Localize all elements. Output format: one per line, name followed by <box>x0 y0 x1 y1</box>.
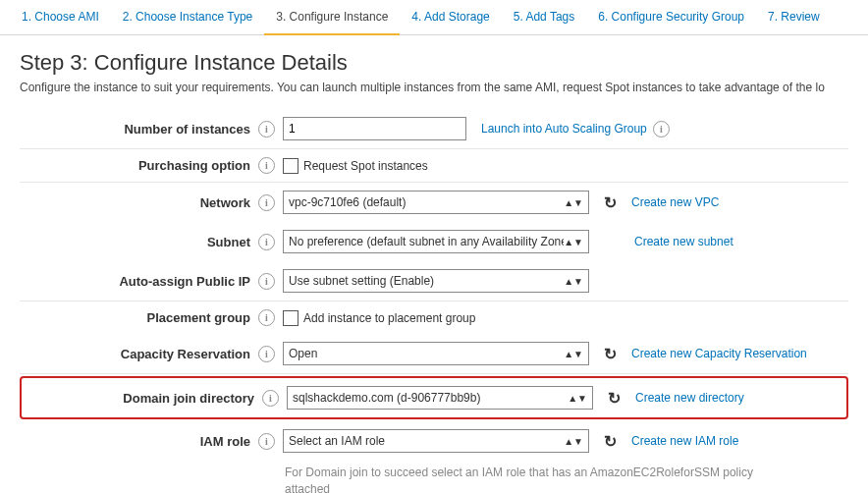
label-purchasing-option: Purchasing option <box>20 158 258 173</box>
domain-join-value: sqlshackdemo.com (d-906777bb9b) <box>293 391 480 405</box>
subnet-select-value: No preference (default subnet in any Ava… <box>289 235 564 248</box>
tab-configure-security-group[interactable]: 6. Configure Security Group <box>586 0 756 34</box>
wizard-tabs: 1. Choose AMI 2. Choose Instance Type 3.… <box>0 0 868 35</box>
request-spot-label: Request Spot instances <box>303 159 428 173</box>
capacity-reservation-select[interactable]: Open ▲▼ <box>283 342 589 365</box>
network-select-value: vpc-9c710fe6 (default) <box>289 195 406 209</box>
info-icon[interactable]: i <box>258 346 275 362</box>
tab-add-tags[interactable]: 5. Add Tags <box>502 0 587 34</box>
create-capacity-reservation-link[interactable]: Create new Capacity Reservation <box>631 347 807 360</box>
page-title: Step 3: Configure Instance Details <box>20 50 848 76</box>
info-icon[interactable]: i <box>258 273 275 290</box>
label-network: Network <box>20 195 258 210</box>
info-icon[interactable]: i <box>262 390 279 407</box>
domain-join-highlight: Domain join directory i sqlshackdemo.com… <box>20 376 848 419</box>
create-subnet-link[interactable]: Create new subnet <box>634 235 733 248</box>
placement-group-checkbox[interactable] <box>283 310 298 326</box>
tab-review[interactable]: 7. Review <box>756 0 832 34</box>
info-icon[interactable]: i <box>653 121 670 137</box>
iam-role-select[interactable]: Select an IAM role ▲▼ <box>283 429 589 453</box>
tab-configure-instance[interactable]: 3. Configure Instance <box>264 0 400 35</box>
chevron-down-icon: ▲▼ <box>564 349 583 359</box>
iam-role-value: Select an IAM role <box>289 434 385 448</box>
info-icon[interactable]: i <box>258 157 275 174</box>
label-capacity-reservation: Capacity Reservation <box>20 347 258 361</box>
launch-asg-link[interactable]: Launch into Auto Scaling Group <box>481 122 647 136</box>
create-iam-role-link[interactable]: Create new IAM role <box>631 434 738 448</box>
chevron-down-icon: ▲▼ <box>564 436 583 447</box>
network-select[interactable]: vpc-9c710fe6 (default) ▲▼ <box>283 191 589 214</box>
request-spot-checkbox[interactable] <box>283 158 298 174</box>
auto-assign-ip-value: Use subnet setting (Enable) <box>289 274 434 288</box>
info-icon[interactable]: i <box>258 194 275 211</box>
create-vpc-link[interactable]: Create new VPC <box>631 195 719 209</box>
placement-group-label: Add instance to placement group <box>303 311 475 325</box>
info-icon[interactable]: i <box>258 309 275 326</box>
label-iam-role: IAM role <box>20 434 258 449</box>
chevron-down-icon: ▲▼ <box>568 393 587 404</box>
tab-choose-instance-type[interactable]: 2. Choose Instance Type <box>111 0 265 34</box>
chevron-down-icon: ▲▼ <box>564 197 583 208</box>
refresh-icon[interactable]: ↻ <box>604 432 617 451</box>
subnet-select[interactable]: No preference (default subnet in any Ava… <box>283 230 589 253</box>
capacity-reservation-value: Open <box>289 347 317 360</box>
page-description: Configure the instance to suit your requ… <box>20 81 848 94</box>
label-placement-group: Placement group <box>20 310 258 325</box>
refresh-icon[interactable]: ↻ <box>608 389 621 408</box>
chevron-down-icon: ▲▼ <box>564 276 583 287</box>
auto-assign-ip-select[interactable]: Use subnet setting (Enable) ▲▼ <box>283 269 589 293</box>
refresh-icon[interactable]: ↻ <box>604 193 617 212</box>
create-directory-link[interactable]: Create new directory <box>635 391 744 405</box>
number-of-instances-input[interactable] <box>283 117 466 140</box>
domain-join-select[interactable]: sqlshackdemo.com (d-906777bb9b) ▲▼ <box>287 386 593 410</box>
info-icon[interactable]: i <box>258 234 275 250</box>
refresh-icon[interactable]: ↻ <box>604 345 617 363</box>
label-domain-join: Domain join directory <box>24 391 262 406</box>
tab-add-storage[interactable]: 4. Add Storage <box>400 0 501 34</box>
tab-choose-ami[interactable]: 1. Choose AMI <box>10 0 111 34</box>
label-number-of-instances: Number of instances <box>20 122 258 137</box>
label-subnet: Subnet <box>20 235 258 249</box>
chevron-down-icon: ▲▼ <box>564 237 583 247</box>
info-icon[interactable]: i <box>258 433 275 450</box>
info-icon[interactable]: i <box>258 121 275 137</box>
iam-role-hint: For Domain join to succeed select an IAM… <box>285 465 848 493</box>
label-auto-assign-ip: Auto-assign Public IP <box>20 274 258 289</box>
